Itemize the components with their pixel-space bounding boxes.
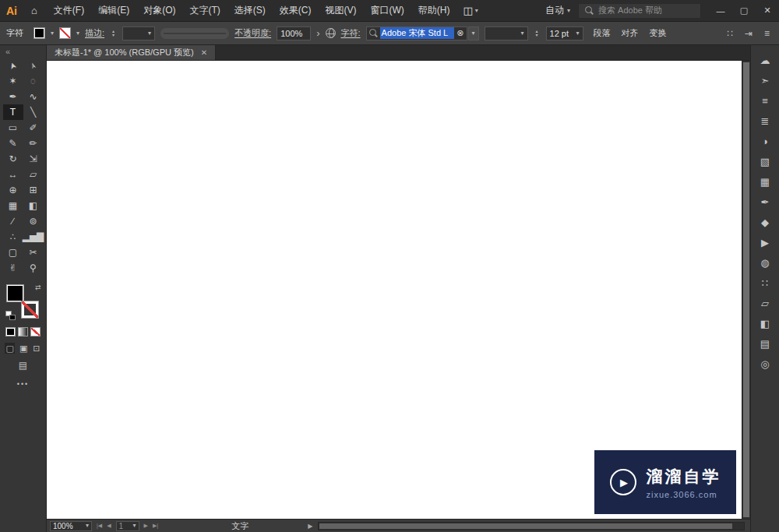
magic-wand-tool[interactable]: ✶	[3, 73, 23, 89]
vertical-scrollbar-thumb[interactable]	[743, 62, 749, 517]
menu-item[interactable]: 文字(T)	[183, 4, 227, 17]
libraries-panel-icon[interactable]: ☁	[755, 51, 775, 69]
character-label[interactable]: 字符:	[341, 27, 361, 39]
prev-artboard-icon[interactable]: ◀	[105, 523, 112, 529]
panel-link[interactable]: 对齐	[622, 27, 639, 39]
appearance-panel-icon[interactable]: ◍	[755, 254, 775, 271]
draw-behind-mode[interactable]: ▣	[19, 343, 28, 354]
free-transform-tool[interactable]: ▱	[23, 167, 44, 182]
help-search-input[interactable]: 搜索 Adobe 帮助	[578, 3, 701, 19]
menu-item[interactable]: 帮助(H)	[411, 4, 457, 17]
draw-inside-mode[interactable]: ⊡	[32, 343, 41, 354]
stroke-caret-icon[interactable]: ▾	[76, 30, 79, 37]
rotate-tool[interactable]: ↻	[3, 151, 23, 167]
color-mode-none-button[interactable]	[30, 327, 41, 336]
pen-tool[interactable]: ✒	[3, 89, 23, 104]
collapse-tools-icon[interactable]: «	[0, 45, 16, 58]
menu-item[interactable]: 编辑(E)	[91, 4, 136, 17]
stroke-weight-field[interactable]: ▾	[122, 26, 155, 41]
clear-font-icon[interactable]: ⊗	[456, 28, 464, 38]
screen-mode-button[interactable]: ▤	[19, 360, 27, 371]
menu-item[interactable]: 选择(S)	[227, 4, 273, 17]
paintbrush-tool[interactable]: ✐	[23, 120, 44, 136]
direct-selection-tool[interactable]: ➢	[23, 58, 44, 73]
color-mode-gradient-button[interactable]	[18, 327, 28, 336]
pathfinder-panel-icon[interactable]: ◧	[755, 315, 775, 332]
properties-panel-icon[interactable]: ≡	[755, 92, 775, 109]
swap-fill-stroke-icon[interactable]: ⇄	[35, 284, 41, 291]
tab-close-icon[interactable]: ✕	[201, 48, 207, 57]
opacity-field[interactable]: 100%	[277, 26, 311, 41]
workspace-layout-button[interactable]: ◫ ▾	[457, 5, 485, 16]
menu-item[interactable]: 窗口(W)	[364, 4, 411, 17]
symbol-sprayer-tool[interactable]: ∴	[3, 229, 23, 245]
artboard-tool[interactable]: ▢	[3, 245, 23, 260]
shaper-tool[interactable]: ✎	[3, 136, 23, 151]
mesh-tool[interactable]: ▦	[3, 198, 23, 213]
dots-grid-icon[interactable]: ∷	[724, 28, 736, 39]
artboard-canvas[interactable]: ▶ 溜溜自学 zixue.3066.com	[47, 61, 750, 519]
first-artboard-icon[interactable]: |◀	[95, 523, 104, 529]
stroke-weight-label[interactable]: 描边:	[85, 27, 104, 39]
curvature-tool[interactable]: ∿	[23, 89, 44, 104]
default-fill-stroke-icon[interactable]	[5, 311, 17, 321]
menu-item[interactable]: 效果(C)	[273, 4, 319, 17]
slice-tool[interactable]: ✂	[23, 245, 44, 260]
shape-builder-tool[interactable]: ⊕	[3, 182, 23, 198]
layers-panel-icon[interactable]: ▤	[755, 335, 775, 352]
draw-normal-mode[interactable]: ▢	[5, 343, 14, 354]
panel-link[interactable]: 段落	[594, 27, 611, 39]
fill-color-swatch[interactable]	[33, 27, 45, 39]
more-tools-button[interactable]: •••	[17, 380, 29, 388]
swatches-panel-icon[interactable]: ▦	[755, 173, 775, 190]
stroke-color-swatch[interactable]	[59, 27, 71, 39]
variable-width-profile-select[interactable]: ▾	[160, 28, 229, 39]
horizontal-scrollbar[interactable]	[318, 522, 745, 530]
horizontal-scrollbar-thumb[interactable]	[319, 523, 731, 529]
artboard-number-field[interactable]: 1▾	[116, 521, 139, 531]
lasso-tool[interactable]: ◌	[23, 73, 44, 89]
transparency-panel-icon[interactable]: ▧	[755, 153, 775, 170]
share-panel-icon[interactable]: ➣	[755, 72, 775, 89]
font-style-field[interactable]: ▾	[485, 26, 528, 41]
symbols-panel-icon[interactable]: ◆	[755, 213, 775, 231]
column-graph-tool[interactable]: ▂▅▇	[23, 229, 44, 245]
home-button[interactable]: ⌂	[25, 5, 44, 16]
fill-indicator[interactable]	[6, 284, 24, 302]
font-size-stepper[interactable]: ▴▾	[534, 30, 541, 37]
selection-tool[interactable]: ➤	[3, 58, 23, 73]
next-artboard-icon[interactable]: ▶	[143, 523, 150, 529]
gradient-tool[interactable]: ◧	[23, 198, 44, 213]
menu-item[interactable]: 对象(O)	[136, 4, 182, 17]
hand-tool[interactable]: ✌	[3, 260, 23, 276]
stroke-indicator[interactable]	[21, 301, 39, 319]
line-segment-tool[interactable]: ╲	[23, 104, 44, 120]
tab-indent-icon[interactable]: ⇥	[742, 28, 756, 39]
font-family-dropdown[interactable]: ▾	[468, 26, 479, 41]
align-panel-icon[interactable]: ∷	[755, 274, 775, 291]
document-tab[interactable]: 未标题-1* @ 100% (RGB/GPU 预览) ✕	[47, 45, 216, 60]
color-mode-solid-button[interactable]	[5, 327, 16, 336]
actions-panel-icon[interactable]: ▶	[755, 234, 775, 251]
restore-button[interactable]: ▢	[732, 0, 756, 21]
font-name-value[interactable]: Adobe 宋体 Std L	[380, 27, 455, 39]
opacity-label[interactable]: 不透明度:	[234, 27, 271, 39]
asset-export-panel-icon[interactable]: ◎	[755, 355, 775, 372]
zoom-level-field[interactable]: 100%▾	[50, 521, 92, 531]
app-logo[interactable]: Ai	[0, 5, 25, 17]
pencil-tool[interactable]: ✏	[23, 136, 44, 151]
type-tool[interactable]: T	[3, 104, 23, 120]
stroke-weight-stepper[interactable]: ▴▾	[110, 30, 117, 37]
font-size-field[interactable]: 12 pt▾	[546, 26, 583, 41]
panel-link[interactable]: 变换	[650, 27, 667, 39]
opacity-options-icon[interactable]: ›	[316, 28, 319, 38]
rectangle-tool[interactable]: ▭	[3, 120, 23, 136]
gradient-panel-icon[interactable]: ◑	[755, 132, 775, 150]
font-family-field[interactable]: Adobe 宋体 Std L ⊗	[366, 26, 467, 41]
eyedropper-tool[interactable]: ∕	[3, 213, 23, 229]
menu-item[interactable]: 文件(F)	[47, 4, 91, 17]
zoom-tool[interactable]: ⚲	[23, 260, 44, 276]
blend-tool[interactable]: ⊚	[23, 213, 44, 229]
width-tool[interactable]: ↔	[3, 167, 23, 182]
scale-tool[interactable]: ⇲	[23, 151, 44, 167]
